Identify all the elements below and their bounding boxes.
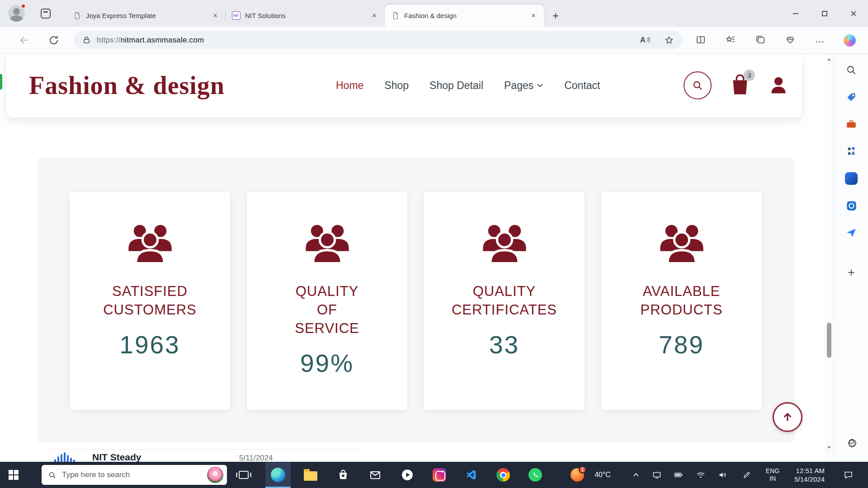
taskbar-app-store[interactable] <box>330 462 356 488</box>
footer-row-title: NIT Steady <box>92 452 142 462</box>
edge-icon <box>271 468 285 482</box>
sidebar-add-icon[interactable]: + <box>844 266 858 279</box>
tab-close-icon[interactable]: × <box>369 11 379 21</box>
users-group-icon <box>656 221 708 264</box>
taskbar-weather[interactable]: 40°C <box>588 462 618 488</box>
chevron-down-icon <box>537 83 543 88</box>
tray-pen-icon[interactable] <box>742 462 752 488</box>
cart-button[interactable]: 3 <box>729 73 751 98</box>
taskbar-app-vscode[interactable] <box>458 462 484 488</box>
back-button[interactable] <box>18 34 30 46</box>
sidebar-drop-icon[interactable] <box>844 226 858 239</box>
tray-display-icon[interactable] <box>652 462 662 488</box>
task-view-icon <box>239 471 249 479</box>
nav-link-shop[interactable]: Shop <box>384 80 409 92</box>
favorite-star-icon[interactable] <box>664 35 674 45</box>
sidebar-outlook-icon[interactable] <box>844 199 858 212</box>
taskbar-app-media-player[interactable] <box>395 462 420 488</box>
address-bar[interactable]: https://nitmart.asmmasale.com A <box>74 31 682 49</box>
url-host: nitmart.asmmasale.com <box>121 36 204 44</box>
lock-icon <box>82 35 91 45</box>
page-scrollbar[interactable] <box>825 53 834 462</box>
taskbar-search-input[interactable] <box>62 470 202 479</box>
site-logo[interactable]: Fashion & design <box>29 71 225 100</box>
clock-time: 12:51 AM <box>796 466 825 475</box>
edge-sidebar: + <box>834 53 868 462</box>
settings-ellipsis-icon[interactable]: … <box>815 34 825 47</box>
document-favicon-icon <box>73 11 81 20</box>
taskbar-search-box[interactable] <box>42 465 227 485</box>
collections-icon[interactable] <box>755 34 766 45</box>
search-highlight-flower-image[interactable] <box>207 467 223 483</box>
nav-link-pages[interactable]: Pages <box>504 80 543 92</box>
favorites-list-icon[interactable] <box>725 34 736 45</box>
sidebar-games-icon[interactable] <box>844 145 858 158</box>
header-icons: 3 <box>684 53 788 117</box>
nav-link-home[interactable]: Home <box>336 80 363 92</box>
new-tab-button[interactable]: + <box>548 9 563 23</box>
search-button[interactable] <box>684 71 712 99</box>
action-center-button[interactable] <box>838 462 858 488</box>
nav-link-shop-detail[interactable]: Shop Detail <box>429 80 483 92</box>
offscreen-green-button[interactable] <box>0 74 2 89</box>
tab-actions-menu-icon[interactable] <box>41 9 51 19</box>
refresh-button[interactable] <box>48 34 60 46</box>
copilot-icon[interactable] <box>844 34 856 47</box>
action-center-icon <box>843 470 854 480</box>
sidebar-search-icon[interactable] <box>844 63 858 77</box>
tab-close-icon[interactable]: × <box>528 11 538 21</box>
minimize-button[interactable] <box>781 0 810 27</box>
taskbar-app-whatsapp[interactable] <box>523 462 548 488</box>
sidebar-settings-gear-icon[interactable] <box>844 436 858 449</box>
tab-fashion-design-active[interactable]: Fashion & design × <box>385 5 544 27</box>
media-player-icon <box>401 468 414 482</box>
tray-show-hidden-icons[interactable] <box>631 462 641 488</box>
scrollbar-thumb[interactable] <box>827 323 831 358</box>
stat-title: AVAILABLE PRODUCTS <box>641 282 723 319</box>
stat-title: SATISFIED CUSTOMERS <box>103 282 197 319</box>
site-nav: Home Shop Shop Detail Pages Contact <box>336 53 600 117</box>
split-screen-icon[interactable] <box>695 34 706 45</box>
language-indicator[interactable]: ENG IN <box>762 462 783 488</box>
read-aloud-icon[interactable]: A <box>640 36 651 45</box>
nit-favicon: NIT <box>232 11 241 20</box>
user-account-icon[interactable] <box>769 75 788 96</box>
browser-navbar: https://nitmart.asmmasale.com A … <box>0 27 868 53</box>
url-text: https://nitmart.asmmasale.com <box>97 36 204 45</box>
tray-wifi-icon[interactable] <box>696 462 706 488</box>
windows-logo-icon <box>9 470 19 480</box>
task-view-button[interactable] <box>232 462 255 488</box>
tray-volume-icon[interactable] <box>717 462 727 488</box>
taskbar-app-mail[interactable] <box>363 462 388 488</box>
taskbar-app-notifications[interactable]: 1 <box>565 462 590 488</box>
scrollbar-down-icon[interactable] <box>826 445 832 450</box>
tab-close-icon[interactable]: × <box>210 11 220 21</box>
taskbar-app-file-explorer[interactable] <box>298 462 323 488</box>
tab-nit-solutions[interactable]: NIT NIT Solutions × <box>226 5 385 27</box>
start-button[interactable] <box>0 462 27 488</box>
stats-panel: SATISFIED CUSTOMERS 1963 QUALITY OF SERV… <box>37 158 794 443</box>
sidebar-microsoft365-icon[interactable] <box>844 172 858 185</box>
taskbar-clock[interactable]: 12:51 AM 5/14/2024 <box>785 462 826 488</box>
taskbar-app-instagram[interactable] <box>427 462 452 488</box>
maximize-button[interactable] <box>810 0 839 27</box>
users-group-icon <box>478 221 531 264</box>
scrollbar-up-icon[interactable] <box>826 57 832 62</box>
close-window-button[interactable] <box>839 0 868 27</box>
tray-battery-icon[interactable] <box>674 462 684 488</box>
sidebar-shopping-tag-icon[interactable] <box>844 90 858 104</box>
microsoft-store-icon <box>337 469 349 481</box>
taskbar-app-edge[interactable] <box>265 462 291 488</box>
notification-badge: 1 <box>579 466 586 474</box>
stat-value: 99% <box>300 349 354 378</box>
chrome-icon <box>496 468 510 482</box>
scroll-to-top-button[interactable] <box>773 402 802 432</box>
tab-joya-express[interactable]: Joya Express Template × <box>66 5 226 27</box>
windows-taskbar: 1 40°C ENG IN 12:51 AM 5/14/2024 <box>0 462 868 488</box>
browser-essentials-icon[interactable] <box>785 34 796 45</box>
document-favicon-icon <box>391 11 400 20</box>
mail-icon <box>369 469 382 481</box>
taskbar-app-chrome[interactable] <box>491 462 516 488</box>
nav-link-contact[interactable]: Contact <box>564 80 600 92</box>
sidebar-tools-briefcase-icon[interactable] <box>844 117 858 131</box>
